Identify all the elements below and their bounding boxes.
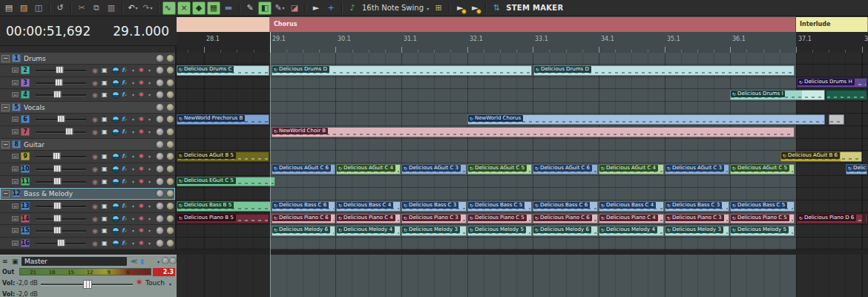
master-automation-caret[interactable]: ▾ [169,280,171,289]
pan-knob[interactable] [156,226,164,235]
width-knob[interactable] [166,54,174,62]
volume-slider[interactable] [36,169,86,171]
media-item[interactable]: ↻Delicious Melody 6 [272,226,335,236]
track-panel-5[interactable]: −5Vocals [0,102,175,114]
pan-knob[interactable] [156,189,164,198]
track-panel-4[interactable]: −4◉▣f✓▾✱▾ [0,89,175,102]
media-item[interactable]: ↻Delicious Piano D 6 [797,214,863,223]
media-item[interactable]: ↻NewWorld Prechorus B [177,114,269,125]
pan-knob[interactable] [156,239,164,247]
track-collapse-button[interactable]: − [12,154,19,159]
track-collapse-button[interactable]: − [12,241,19,246]
fx-button[interactable]: f✓ [122,66,128,75]
media-item[interactable]: ↻Delicious Bass C 5 [467,201,532,212]
routing-sphere-icon[interactable] [112,227,119,235]
master-name[interactable]: Master [22,257,127,266]
media-item[interactable]: ↻Delicious Melody 3 [665,226,729,236]
track-panel-16[interactable]: −16◉▣f✓▾✱▾ [0,238,175,249]
track-number[interactable]: 6 [21,115,30,123]
track-number[interactable]: 13 [21,202,30,210]
width-knob[interactable] [166,202,174,210]
marquee-tool-button[interactable]: ◧ [258,1,272,15]
fx-caret[interactable]: ▾ [132,177,134,186]
fx-caret[interactable]: ▾ [132,215,134,223]
record-arm-button[interactable]: ◉ [92,128,98,137]
volume-slider-handle[interactable] [56,66,64,74]
monitor-button[interactable]: ▣ [102,91,108,99]
media-item[interactable]: ↻Delicious Bass C 4 [336,201,401,212]
volume-slider-handle[interactable] [53,177,62,185]
master-volume-slider[interactable] [41,284,133,286]
track-collapse-button[interactable]: − [12,179,19,184]
track-panel-8[interactable]: −8Guitar [0,139,175,151]
track-number[interactable]: 8 [12,140,21,148]
fx-caret[interactable]: ▾ [132,128,134,137]
track-collapse-button[interactable]: − [12,216,19,221]
monitor-button[interactable]: ▣ [102,215,108,223]
time-position[interactable]: 00:00:51,692 [6,24,91,39]
fx-caret[interactable]: ▾ [132,202,134,211]
media-item[interactable]: ↻Delicious Piano C 6 [272,214,335,223]
gear-caret[interactable]: ▾ [148,226,151,235]
track-number[interactable]: 3 [21,79,30,87]
media-item[interactable]: ↻Delicious AGuit C 5 [467,164,532,174]
record-arm-button[interactable]: ◉ [92,79,98,88]
fx-button[interactable]: f✓ [122,202,128,211]
track-panel-15[interactable]: −15◉▣f✓▾✱▾ [0,225,175,238]
track-collapse-button[interactable]: − [12,203,19,209]
media-item[interactable]: ↻NewWorld Chorus [467,114,825,125]
record-arm-button[interactable]: ◉ [92,226,98,235]
gear-caret[interactable]: ▾ [148,128,151,137]
master-routing-icon[interactable]: ≪ [131,257,137,266]
media-item[interactable]: ↻Delicious AGuit C 4 [599,164,664,174]
volume-slider[interactable] [36,131,86,134]
master-peak-value[interactable]: 2.3 [153,268,175,276]
folder-collapse-button[interactable]: − [1,141,10,148]
volume-slider[interactable] [36,156,86,158]
routing-sphere-icon[interactable] [112,166,119,173]
routing-sphere-icon[interactable] [112,215,119,223]
gear-caret[interactable]: ▾ [148,115,151,124]
track-collapse-button[interactable]: − [12,80,19,85]
fx-button[interactable]: f✓ [122,239,128,248]
media-item[interactable]: ↻Delicious Bass C 5 [730,201,795,212]
fx-button[interactable]: f✓ [122,128,128,137]
fx-caret[interactable]: ▾ [132,226,134,235]
track-panel-11[interactable]: −11◉▣f✓▾✱▾ [0,176,175,188]
open-project-button[interactable]: ▨ [17,1,30,15]
eraser-tool-button[interactable]: ◪ [288,1,301,15]
fx-caret[interactable]: ▾ [132,66,134,75]
gear-button[interactable]: ✱ [139,202,144,211]
copy-button[interactable]: ⧉ [90,1,103,15]
track-collapse-button[interactable]: − [12,117,19,122]
master-automation-gear-icon[interactable]: ✱ [137,278,142,286]
track-panel-6[interactable]: −6◉▣f✓▾✱▾ [0,114,175,126]
undo-button[interactable]: ↶▾ [126,1,139,15]
width-knob[interactable] [166,177,174,186]
track-panel-10[interactable]: −10◉▣f✓▾✱▾ [0,163,175,176]
mouse-pointer-button[interactable]: ► [309,1,323,15]
ripple-edit-button[interactable]: ▬ [222,1,235,15]
item-grouping-button[interactable]: ◆ [192,1,206,15]
media-item[interactable]: ↻Delicious AGuit C 4 [336,164,401,174]
record-arm-button[interactable]: ◉ [92,66,98,75]
pan-knob[interactable] [156,115,164,123]
track-collapse-button[interactable]: − [12,228,19,233]
master-output-meter[interactable]: 2118151296 [19,268,151,275]
fx-button[interactable]: f✓ [122,165,128,174]
region-interlude[interactable]: Interlude [796,17,868,32]
fx-caret[interactable]: ▾ [132,79,134,88]
track-collapse-button[interactable]: − [12,68,19,73]
monitor-button[interactable]: ▣ [102,152,108,161]
volume-slider-handle[interactable] [53,226,62,234]
fx-button[interactable]: f✓ [122,226,128,235]
gear-button[interactable]: ✱ [139,239,144,248]
media-item[interactable] [826,90,867,100]
volume-slider[interactable] [36,181,86,183]
media-item[interactable]: ↻Delicious Bass C 6 [533,201,598,212]
mouse-modifier-1-button[interactable]: ► [453,1,467,15]
volume-slider[interactable] [36,94,86,97]
media-item[interactable]: ↻Delicious Melody 6 [533,226,598,236]
routing-sphere-icon[interactable] [112,116,119,123]
monitor-button[interactable]: ▣ [102,226,108,235]
